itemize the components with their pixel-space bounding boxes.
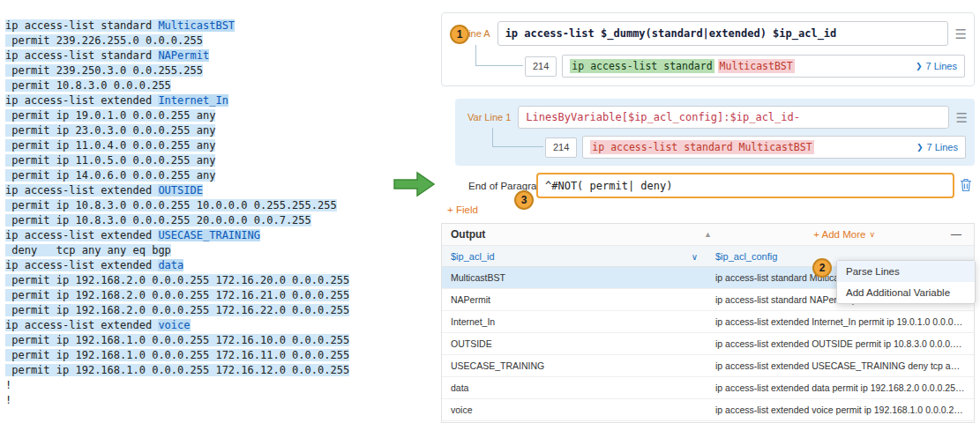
config-line: permit 239.226.255.0 0.0.0.255 <box>5 33 349 48</box>
add-more-menu: Parse LinesAdd Additional Variable <box>836 260 976 304</box>
cell-acl-id: NAPermit <box>442 294 707 305</box>
minimize-icon[interactable]: — <box>951 228 961 241</box>
config-line: permit ip 10.8.3.0 0.0.0.255 10.0.0.0 0.… <box>5 198 349 213</box>
acl-name-highlight: OUTSIDE <box>158 184 203 197</box>
config-text-pane: ip access-list standard MulticastBST per… <box>5 19 349 408</box>
acl-name-highlight: voice <box>158 319 190 331</box>
expand-lines-button[interactable]: ❯ 7 Lines <box>916 142 958 152</box>
var-line-label: Var Line 1 <box>468 112 511 122</box>
var-line-panel: Var Line 1 LinesByVariable[$ip_acl_confi… <box>455 99 975 166</box>
config-line: permit ip 11.0.4.0 0.0.0.255 any <box>5 138 349 153</box>
config-line: ip access-list extended OUTSIDE <box>5 183 349 198</box>
hamburger-menu-icon[interactable]: ☰ <box>956 111 968 124</box>
config-line: permit 10.8.3.0 0.0.0.255 <box>5 78 349 93</box>
match-line-number: 214 <box>545 137 577 158</box>
cell-acl-config: ip access-list extended OUTSIDE permit i… <box>707 338 974 349</box>
chevron-down-icon: ∨ <box>869 230 875 239</box>
visual-parser-screen: ip access-list standard MulticastBST per… <box>0 0 980 423</box>
config-line: ! <box>5 378 349 393</box>
config-line: permit ip 192.168.1.0 0.0.0.255 172.16.1… <box>5 333 349 348</box>
lines-count-label: 7 Lines <box>927 142 958 152</box>
var-line-pattern-input[interactable]: LinesByVariable[$ip_acl_config]:$ip_acl_… <box>518 106 948 129</box>
config-line: permit ip 11.0.5.0 0.0.0.255 any <box>5 153 349 168</box>
column-dropdown-icon[interactable]: ∨ <box>692 252 698 262</box>
config-line: permit ip 192.168.2.0 0.0.0.255 172.16.2… <box>5 288 349 303</box>
add-more-label: + Add More <box>813 229 865 240</box>
cell-acl-id: OUTSIDE <box>442 338 707 349</box>
config-line: permit ip 19.0.1.0 0.0.0.255 any <box>5 108 349 123</box>
acl-name-highlight: Internet_In <box>158 94 228 107</box>
trash-icon[interactable] <box>960 178 972 196</box>
lines-count-label: 7 Lines <box>926 61 957 71</box>
config-line: ip access-list extended USECASE_TRAINING <box>5 228 349 243</box>
config-line: ip access-list extended Internet_In <box>5 93 349 108</box>
output-row[interactable]: USECASE_TRAININGip access-list extended … <box>442 355 974 377</box>
config-line: ip access-list extended data <box>5 258 349 273</box>
config-line: permit ip 192.168.2.0 0.0.0.255 172.16.2… <box>5 303 349 318</box>
hamburger-menu-icon[interactable]: ☰ <box>955 27 967 41</box>
config-line: permit ip 192.168.1.0 0.0.0.255 172.16.1… <box>5 348 349 363</box>
cell-acl-config: ip access-list extended USECASE_TRAINING… <box>707 360 974 371</box>
output-row[interactable]: voiceip access-list extended voice permi… <box>442 399 974 421</box>
id-line-card: ID Line A ip access-list $_dummy(standar… <box>441 12 975 86</box>
column-label: $ip_acl_config <box>715 251 777 262</box>
config-line: ! <box>5 393 349 408</box>
output-row[interactable]: Internet_Inip access-list extended Inter… <box>442 311 974 333</box>
config-line: permit ip 14.0.6.0 0.0.0.255 any <box>5 168 349 183</box>
config-line: deny tcp any any eq bgp <box>5 243 349 258</box>
cell-acl-config: ip access-list extended data permit ip 1… <box>707 382 974 393</box>
matched-name-highlight: MulticastBST <box>718 59 795 73</box>
output-title: Output <box>451 228 485 241</box>
end-of-paragraph-value: ^#NOT( permit| deny) <box>545 180 673 192</box>
connector-line <box>475 45 523 66</box>
menu-item-parse-lines[interactable]: Parse Lines <box>837 261 975 282</box>
acl-name-highlight: MulticastBST <box>158 19 235 32</box>
chevron-right-icon: ❯ <box>916 143 924 152</box>
acl-name-highlight: data <box>158 259 183 271</box>
config-line: permit ip 23.0.3.0 0.0.0.255 any <box>5 123 349 138</box>
config-line: ip access-list standard NAPermit <box>5 48 349 63</box>
config-line: ip access-list extended voice <box>5 318 349 333</box>
output-panel: Output ▲ + Add More ∨ — $ip_acl_id ∨ $ip… <box>441 223 975 423</box>
add-field-link[interactable]: + Field <box>447 204 478 215</box>
matched-variable-highlight: ip access-list standard MulticastBST <box>590 140 813 154</box>
cell-acl-id: voice <box>442 404 707 415</box>
output-header: Output ▲ + Add More ∨ — <box>442 224 974 246</box>
add-more-button[interactable]: + Add More ∨ <box>813 229 875 240</box>
var-match-result-box[interactable]: ip access-list standard MulticastBST ❯ 7… <box>582 136 966 159</box>
var-line-pattern-text: LinesByVariable[$ip_acl_config]:$ip_acl_… <box>526 111 800 123</box>
match-line-number: 214 <box>525 56 557 77</box>
config-line: permit ip 192.168.1.0 0.0.0.255 172.16.1… <box>5 363 349 378</box>
output-row[interactable]: dataip access-list extended data permit … <box>442 377 974 399</box>
menu-item-add-additional-variable[interactable]: Add Additional Variable <box>837 282 975 303</box>
cell-acl-id: Internet_In <box>442 316 707 327</box>
step-badge-1: 1 <box>450 25 469 44</box>
acl-name-highlight: NAPermit <box>158 49 209 62</box>
id-line-pattern-input[interactable]: ip access-list $_dummy(standard|extended… <box>497 21 948 46</box>
chevron-right-icon: ❯ <box>916 62 923 70</box>
cell-acl-id: MulticastBST <box>442 272 707 283</box>
config-line: permit 239.250.3.0 0.0.255.255 <box>5 63 349 78</box>
flow-arrow-icon <box>393 170 436 198</box>
config-line: permit ip 192.168.2.0 0.0.0.255 172.16.2… <box>5 273 349 288</box>
end-of-paragraph-input[interactable]: ^#NOT( permit| deny) <box>536 173 954 198</box>
id-line-pattern-text: ip access-list $_dummy(standard|extended… <box>505 27 837 40</box>
cell-acl-config: ip access-list extended voice permit ip … <box>707 404 974 415</box>
expand-lines-button[interactable]: ❯ 7 Lines <box>916 61 957 71</box>
column-header-acl-id[interactable]: $ip_acl_id ∨ <box>442 251 707 262</box>
column-label: $ip_acl_id <box>451 251 495 262</box>
output-row[interactable]: OUTSIDEip access-list extended OUTSIDE p… <box>442 333 974 355</box>
acl-name-highlight: USECASE_TRAINING <box>158 229 260 241</box>
collapse-up-icon[interactable]: ▲ <box>704 230 712 239</box>
config-line: ip access-list standard MulticastBST <box>5 19 349 33</box>
config-line: permit ip 10.8.3.0 0.0.0.255 20.0.0.0 0.… <box>5 213 349 228</box>
cell-acl-config: ip access-list extended Internet_In perm… <box>707 316 974 327</box>
cell-acl-id: USECASE_TRAINING <box>442 360 707 371</box>
matched-prefix-highlight: ip access-list standard <box>570 59 714 73</box>
id-match-result-box[interactable]: ip access-list standard MulticastBST ❯ 7… <box>562 55 965 78</box>
step-badge-2: 2 <box>812 258 832 278</box>
connector-line <box>492 128 543 147</box>
step-badge-3: 3 <box>514 190 534 210</box>
cell-acl-id: data <box>442 382 707 393</box>
